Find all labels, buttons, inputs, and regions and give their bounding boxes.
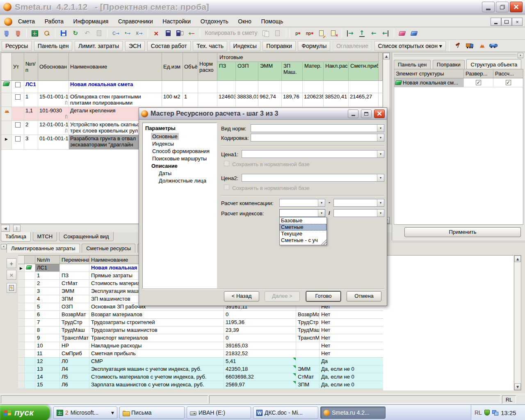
dropdown-item-smetnye-s-uch[interactable]: Сметные - с уч [280, 237, 326, 244]
tree-sposob-formirovaniya[interactable]: Способ формирования [151, 148, 211, 155]
chevron-down-icon[interactable]: ▾ [318, 210, 325, 217]
limit-row[interactable]: 7 ТрудСтр Трудозатраты строителей 1195,3… [18, 319, 383, 326]
gravel-icon[interactable]: ▲▲ [476, 41, 486, 50]
tab-tablica[interactable]: Таблица [1, 232, 31, 242]
search-icon[interactable] [42, 28, 52, 38]
limit-row[interactable]: 12 Л0 СМР 5,41 Да [18, 358, 383, 365]
menu-spravochniki[interactable]: Справочники [114, 16, 157, 27]
minimize-button[interactable] [482, 2, 495, 12]
grid-row-ls1[interactable]: ЛС1 Новая локальная смета [1, 81, 390, 93]
menu-nastroyki[interactable]: Настройки [158, 16, 195, 27]
bottom-vertical-scrollbar[interactable]: ▲ ▼ [514, 255, 521, 390]
finish-button[interactable]: Готово [306, 291, 341, 301]
plus-minus-icon[interactable]: +− [186, 28, 196, 38]
add-row-button[interactable]: + [7, 258, 16, 268]
scroll-down-icon[interactable]: ▼ [514, 383, 521, 390]
tree-daty[interactable]: Даты [158, 170, 173, 177]
wizard-maximize-button[interactable] [361, 110, 372, 118]
calculator-doc-icon[interactable] [175, 28, 185, 38]
approve-checkbox[interactable] [15, 136, 21, 142]
col-norm[interactable]: Норм расхо [198, 53, 217, 80]
col-volume[interactable]: Объё [183, 53, 198, 80]
mdi-restore-button[interactable] [501, 18, 512, 26]
chevron-down-icon[interactable]: ▾ [377, 134, 384, 141]
splitter-handle[interactable]: ∥ [13, 225, 21, 232]
tree-poiskovye-marshruty[interactable]: Поисковые маршруты [151, 155, 208, 162]
car-icon[interactable] [488, 41, 498, 50]
col-num[interactable]: №п/п [24, 53, 38, 80]
notebook-delete-icon[interactable]: × [328, 28, 338, 38]
col-razvernut[interactable]: Развер... [464, 69, 493, 78]
panel-popravki[interactable]: Поправки [262, 41, 295, 51]
tab-limitirovannye-zatraty[interactable]: Лимитированные затраты [7, 244, 80, 253]
tray-shield-icon[interactable] [484, 410, 490, 415]
dropdown-item-bazovye[interactable]: Базовые [280, 217, 326, 224]
limit-row[interactable]: 11 СмПриб Сметная прибыль 21832,52 Нет [18, 350, 383, 358]
taskbar-item-dks-doc[interactable]: W ДКС.doc - Mi... [253, 406, 318, 419]
panel-sostav-rabot[interactable]: Состав работ [147, 41, 191, 51]
col-basis[interactable]: Обоснован [38, 53, 69, 80]
tree-indeksy[interactable]: Индексы [151, 140, 175, 147]
notebook-edit-icon[interactable] [316, 28, 326, 38]
mdi-minimize-button[interactable] [491, 18, 501, 26]
menu-pomosch[interactable]: Помощь [257, 16, 288, 27]
col-ozp[interactable]: ОЗП [236, 62, 258, 80]
excel-export-icon[interactable] [30, 28, 40, 38]
taskbar-item-pisma[interactable]: Письма [119, 406, 185, 419]
panel-indeksy[interactable]: Индексы [230, 41, 260, 51]
limit-row[interactable]: 8 ТрудМаш Трудозатраты машинистов 23,39 … [18, 326, 383, 334]
col-pz[interactable]: ПЗ [217, 62, 236, 80]
expand-checkbox[interactable]: ✓ [476, 80, 481, 85]
close-button[interactable]: ✕ [510, 2, 523, 12]
scroll-up-icon[interactable]: ▲ [383, 53, 390, 59]
panel-esn[interactable]: ЭСН [125, 41, 145, 51]
calculate-checkbox[interactable]: ✓ [506, 80, 511, 85]
book-pink-icon[interactable] [397, 28, 407, 38]
price2-combo[interactable]: ▾ [242, 174, 384, 182]
panel-close-icon[interactable]: × [1, 244, 7, 249]
apply-button[interactable]: Применить [404, 227, 521, 237]
move-up-icon[interactable]: ↑ [357, 28, 367, 38]
tab-panel-cen[interactable]: Панель цен [394, 60, 431, 69]
truck-icon[interactable] [465, 41, 475, 50]
col-unit[interactable]: Ед.изм [162, 53, 183, 80]
taskbar-item-excel[interactable]: 2 Microsoft... ▾ [53, 406, 117, 419]
dropdown-item-tekuschie[interactable]: Текущие [280, 231, 326, 237]
approve-checkbox[interactable] [15, 94, 21, 100]
panel-panel-cen[interactable]: Панель цен [34, 41, 73, 51]
insert-position-dot-icon[interactable]: •→ [123, 28, 133, 38]
panel-resursy[interactable]: Ресурсы [2, 41, 32, 51]
tray-language-indicator[interactable]: RL [475, 409, 482, 416]
start-button[interactable]: пуск [0, 405, 50, 420]
delete-icon[interactable]: × [151, 28, 161, 38]
save-icon[interactable] [59, 28, 69, 38]
move-right-icon[interactable]: → [345, 28, 355, 38]
indices-combo-2[interactable]: ▾ [333, 209, 384, 217]
taskbar-item-ivan[interactable]: ИВАН (E:) [187, 406, 251, 419]
col-element-struktury[interactable]: Элемент структуры [394, 69, 464, 78]
tree-structure-alt-icon[interactable] [13, 28, 23, 38]
recalculate-button[interactable]: ϟ [7, 283, 16, 293]
approve-checkbox[interactable] [15, 82, 21, 87]
chevron-down-icon[interactable]: ▾ [377, 174, 384, 181]
chevron-down-icon[interactable]: ▾ [377, 151, 384, 158]
price-p-icon[interactable]: р✱ [293, 28, 303, 38]
col-mater[interactable]: Матер. [303, 62, 324, 80]
price-pr-icon[interactable]: пр✱ [305, 28, 315, 38]
book-blue-icon[interactable] [409, 28, 419, 38]
chevron-down-icon[interactable]: ▾ [377, 210, 384, 217]
dropdown-item-smetnye[interactable]: Сметные [280, 224, 326, 231]
tab-struktura-obekta[interactable]: Структура объекта [466, 59, 521, 69]
menu-smeta[interactable]: Смета [14, 16, 39, 27]
scroll-up-icon[interactable]: ▲ [514, 256, 521, 262]
tab-popravki[interactable]: Поправки [433, 60, 465, 69]
tab-sokraschennyi-vid[interactable]: Сокращенный вид [59, 232, 114, 241]
panel-formuly[interactable]: Формулы [298, 41, 330, 51]
hammer-icon[interactable] [453, 41, 463, 50]
coding-combo[interactable]: ▾ [251, 134, 384, 142]
compensation-combo-1[interactable]: ▾ [279, 199, 325, 207]
tree-structure-icon[interactable] [1, 28, 11, 38]
scroll-left-icon[interactable]: ◀ [1, 225, 10, 232]
wizard-close-button[interactable]: ✕ [374, 110, 385, 118]
limit-row[interactable]: 10 НР Накладные расходы 39165,03 Нет [18, 342, 383, 350]
